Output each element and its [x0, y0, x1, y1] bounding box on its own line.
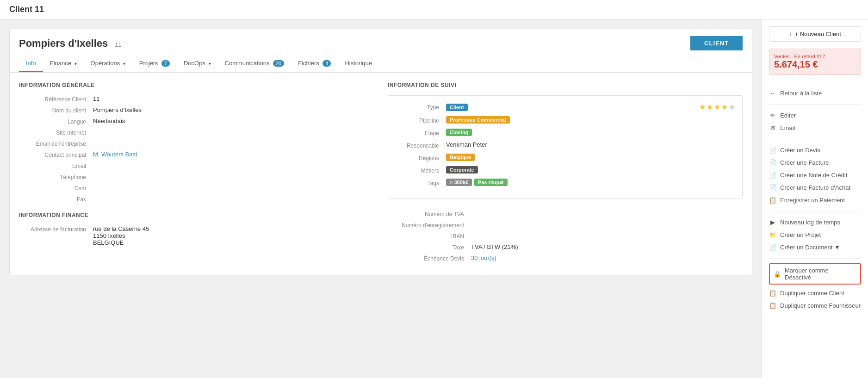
action-document[interactable]: 📄 Créer un Document ▼: [769, 241, 861, 254]
badge-tag-300k: > 300k€: [446, 179, 472, 186]
tab-info[interactable]: Info: [19, 55, 43, 72]
field-email: Email: [19, 162, 374, 169]
tab-projets[interactable]: Projets 7: [132, 55, 177, 72]
star-2: ★: [707, 103, 713, 112]
tabs-bar: Info Finance ▾ Opérations ▾ Projets 7 Do…: [10, 55, 752, 73]
alert-label: Ventes - En retard #12: [774, 54, 856, 59]
field-telephone: Téléphone: [19, 173, 374, 180]
field-email-entreprise: Email de l'entreprise: [19, 140, 374, 147]
badge-region: Belgique: [446, 154, 475, 161]
pay-icon: 📋: [769, 197, 776, 204]
field-contact-principal: Contact principal M. Wauters Bast: [19, 151, 374, 158]
action-editer[interactable]: ✏ Editer: [769, 109, 861, 122]
doc-icon-5: 📄: [769, 244, 776, 251]
section-info-suivi: INFORMATION DE SUIVI: [388, 82, 743, 88]
action-log-temps[interactable]: ▶ Nouveau log de temps: [769, 216, 861, 229]
suivi-responsable: Responsable Venkman Peter: [395, 141, 735, 149]
play-icon: ▶: [769, 219, 776, 226]
action-dupliquer-client[interactable]: 📋 Dupliquer comme Client: [769, 287, 861, 299]
badge-type: Client: [446, 104, 468, 111]
action-dupliquer-fournisseur[interactable]: 📋 Dupliquer comme Fournisseur: [769, 299, 861, 312]
client-name: Pompiers d'Ixelles: [19, 37, 108, 50]
doc-icon-2: 📄: [769, 159, 776, 166]
doc-icon-3: 📄: [769, 172, 776, 179]
suivi-metiers: Métiers Corporate: [395, 166, 735, 174]
doc-icon-1: 📄: [769, 147, 776, 154]
field-adresse: Adresse de facturation rue de la Caserne…: [19, 225, 374, 246]
badge-metier: Corporate: [446, 166, 478, 174]
field-gsm: Gsm: [19, 184, 374, 192]
tab-operations[interactable]: Opérations ▾: [84, 55, 132, 72]
star-5: ★: [729, 103, 735, 112]
email-icon: ✉: [769, 124, 776, 131]
action-note-credit[interactable]: 📄 Créer une Note de Crédit: [769, 169, 861, 181]
suivi-etape: Etape Closing: [395, 129, 735, 136]
folder-icon: 📁: [769, 231, 776, 238]
star-4: ★: [721, 103, 728, 112]
suivi-pipeline: Pipeline Processus Commercial: [395, 116, 735, 124]
copy-icon-2: 📋: [769, 302, 776, 309]
new-client-button[interactable]: + + Nouveau Client: [769, 26, 861, 42]
edit-icon: ✏: [769, 112, 776, 119]
client-badge: CLIENT: [690, 36, 743, 50]
top-bar: Client 11: [0, 0, 868, 19]
badge-tag-pasrisque: Pas risqué: [474, 179, 508, 186]
copy-icon-1: 📋: [769, 290, 776, 297]
sidebar: + + Nouveau Client Ventes - En retard #1…: [762, 19, 868, 378]
responsable-value: Venkman Peter: [446, 141, 487, 148]
suivi-regions: Régions Belgique: [395, 154, 735, 161]
action-marquer-desactive[interactable]: 🔒 Marquer comme Désactivé: [769, 263, 861, 285]
action-devis[interactable]: 📄 Créer un Devis: [769, 144, 861, 156]
field-langue: Langue Néerlandais: [19, 118, 374, 125]
section-info-generale: INFORMATION GÉNÉRALE: [19, 82, 374, 88]
field-nom-client: Nom du client Pompiers d'Ixelles: [19, 106, 374, 114]
action-projet[interactable]: 📁 Créer un Projet: [769, 229, 861, 241]
action-paiement[interactable]: 📋 Enregistrer un Paiement: [769, 194, 861, 206]
action-facture[interactable]: 📄 Créer une Facture: [769, 156, 861, 169]
badge-pipeline: Processus Commercial: [446, 116, 510, 124]
lock-icon: 🔒: [774, 271, 781, 278]
action-facture-achat[interactable]: 📄 Créer une Facture d'Achat: [769, 181, 861, 194]
field-reference: Référence Client 11: [19, 95, 374, 103]
info-suivi-box: Type Client ★ ★ ★ ★ ★: [388, 95, 743, 198]
tab-finance[interactable]: Finance ▾: [43, 55, 84, 72]
tab-communications[interactable]: Communications 20: [218, 55, 291, 72]
action-email[interactable]: ✉ Email: [769, 122, 861, 134]
alert-amount: 5.674,15 €: [774, 59, 856, 70]
page-title: Client 11: [9, 5, 859, 14]
section-info-finance: INFORMATION FINANCE: [19, 212, 374, 218]
tab-docops[interactable]: DocOps ▾: [177, 55, 218, 72]
star-1: ★: [699, 103, 706, 112]
star-rating[interactable]: ★ ★ ★ ★ ★: [699, 103, 735, 112]
field-site-internet: Site Internet: [19, 129, 374, 136]
doc-icon-4: 📄: [769, 184, 776, 191]
back-icon: ←: [769, 90, 776, 97]
client-number: 11: [115, 41, 121, 48]
star-3: ★: [714, 103, 720, 112]
tab-historique[interactable]: Historique: [338, 55, 379, 72]
action-retour[interactable]: ← Retour à la liste: [769, 87, 861, 99]
suivi-tags: Tags > 300k€ Pas risqué: [395, 179, 735, 186]
plus-icon: +: [789, 31, 793, 37]
field-fax: Fax: [19, 195, 374, 203]
tab-fichiers[interactable]: Fichiers 4: [291, 55, 338, 72]
badge-etape: Closing: [446, 129, 472, 136]
alert-box: Ventes - En retard #12 5.674,15 €: [769, 49, 861, 75]
